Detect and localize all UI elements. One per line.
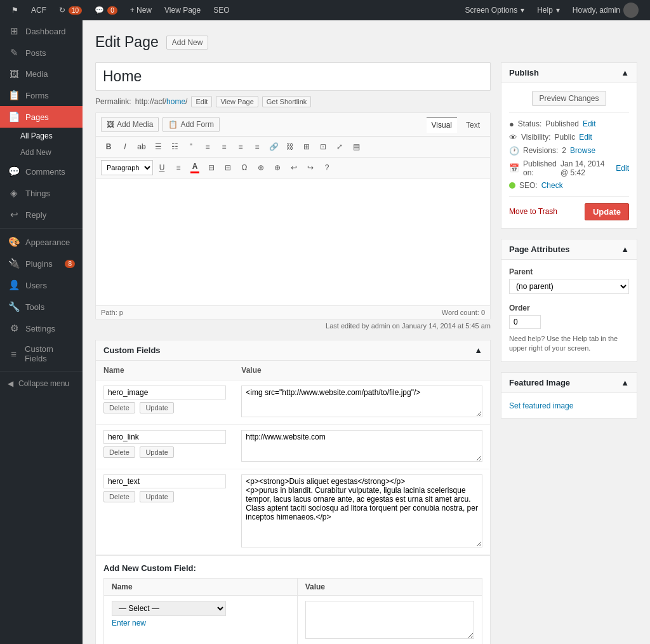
status-edit-link[interactable]: Edit — [583, 119, 596, 128]
order-input[interactable] — [509, 315, 541, 329]
underline-button[interactable]: U — [154, 160, 169, 175]
cf-delete-btn-2[interactable]: Delete — [103, 491, 135, 502]
cf-value-textarea-2[interactable]: <p><strong>Duis aliquet egestas</strong>… — [241, 474, 482, 547]
sidebar-item-users[interactable]: 👤 Users — [0, 274, 83, 296]
featured-image-header[interactable]: Featured Image ▲ — [501, 373, 637, 393]
help-toolbar-button[interactable]: ? — [319, 160, 335, 175]
cf-update-btn-2[interactable]: Update — [140, 491, 173, 502]
cf-value-textarea-1[interactable]: http://www.website.com — [241, 430, 482, 462]
strikethrough-button[interactable]: ab — [134, 139, 149, 154]
visibility-edit-link[interactable]: Edit — [579, 133, 592, 142]
get-shortlink-button[interactable]: Get Shortlink — [262, 96, 312, 107]
revisions-value: 2 — [562, 146, 566, 155]
publish-panel-header[interactable]: Publish ▲ — [501, 63, 637, 83]
align-left-button[interactable]: ≡ — [200, 139, 215, 154]
preview-changes-button[interactable]: Preview Changes — [532, 91, 606, 106]
updates-menu-item[interactable]: ↻ 10 — [53, 0, 88, 20]
indent-button[interactable]: ⊕ — [253, 160, 269, 175]
text-tab[interactable]: Text — [461, 117, 485, 132]
sidebar-item-pages[interactable]: 📄 Pages — [0, 106, 83, 128]
add-form-button[interactable]: 📋 Add Form — [162, 117, 220, 132]
unlink-button[interactable]: ⛓ — [282, 139, 298, 154]
sidebar-item-appearance[interactable]: 🎨 Appearance — [0, 231, 83, 253]
sidebar-item-comments[interactable]: 💬 Comments — [0, 161, 83, 182]
outdent-button[interactable]: ⊕ — [270, 160, 285, 175]
seo-menu-item[interactable]: SEO — [207, 0, 235, 20]
sidebar-item-label: Settings — [25, 324, 55, 333]
sidebar-item-things[interactable]: ◈ Things — [0, 182, 83, 204]
update-button[interactable]: Update — [585, 203, 629, 220]
permalink-edit-button[interactable]: Edit — [191, 96, 212, 107]
view-page-button[interactable]: View Page — [216, 96, 258, 107]
submenu-add-new[interactable]: Add New — [0, 144, 83, 161]
published-edit-link[interactable]: Edit — [616, 164, 629, 173]
sidebar: ⊞ Dashboard ✎ Posts 🖼 Media 📋 Forms 📄 Pa… — [0, 20, 83, 644]
add-media-button[interactable]: 🖼 Add Media — [101, 117, 159, 132]
seo-check-link[interactable]: Check — [541, 181, 563, 190]
cf-name-input-1[interactable] — [103, 430, 226, 444]
collapse-menu-btn[interactable]: ◀ Collapse menu — [0, 374, 83, 393]
sidebar-item-reply[interactable]: ↩ Reply — [0, 204, 83, 225]
bold-button[interactable]: B — [101, 139, 116, 154]
undo-button[interactable]: ↩ — [286, 160, 302, 175]
sidebar-item-settings[interactable]: ⚙ Settings — [0, 318, 83, 339]
sidebar-item-plugins[interactable]: 🔌 Plugins 8 — [0, 253, 83, 274]
ol-button[interactable]: ☷ — [167, 139, 182, 154]
parent-select[interactable]: (no parent) — [509, 279, 629, 294]
cf-name-input-0[interactable] — [103, 386, 226, 399]
move-to-trash-link[interactable]: Move to Trash — [509, 207, 557, 216]
cf-name-select[interactable]: — Select — — [112, 601, 226, 616]
comments-menu-item[interactable]: 💬 0 — [88, 0, 124, 20]
enter-new-link[interactable]: Enter new — [112, 619, 289, 627]
submenu-all-pages[interactable]: All Pages — [0, 128, 83, 144]
insert-more-button[interactable]: ⊞ — [299, 139, 314, 154]
wp-logo-btn[interactable]: ⚑ — [5, 0, 25, 20]
align-justify-button[interactable]: ≡ — [249, 139, 265, 154]
page-attributes-header[interactable]: Page Attributes ▲ — [501, 239, 637, 260]
cf-delete-btn-1[interactable]: Delete — [103, 446, 135, 458]
sidebar-item-forms[interactable]: 📋 Forms — [0, 84, 83, 106]
post-title-input[interactable] — [95, 62, 491, 91]
acf-menu-item[interactable]: ACF — [25, 0, 53, 20]
special-char-button[interactable]: Ω — [237, 160, 252, 175]
cf-update-btn-1[interactable]: Update — [140, 446, 173, 458]
howdy-menu[interactable]: Howdy, admin — [566, 0, 645, 20]
sidebar-item-custom-fields[interactable]: ≡ Custom Fields — [0, 339, 83, 368]
screen-options-btn[interactable]: Screen Options ▾ — [458, 0, 531, 20]
sidebar-item-dashboard[interactable]: ⊞ Dashboard — [0, 20, 83, 42]
cf-delete-btn-0[interactable]: Delete — [103, 402, 135, 413]
cf-value-textarea-0[interactable]: <img src="http://www.website.com/path/to… — [241, 386, 482, 417]
insert-page-break-button[interactable]: ⊡ — [315, 139, 331, 154]
link-button[interactable]: 🔗 — [266, 139, 281, 154]
revisions-browse-link[interactable]: Browse — [570, 146, 595, 155]
new-cf-value-input[interactable] — [305, 601, 474, 639]
cf-name-input-2[interactable] — [103, 474, 226, 488]
show-toolbar-button[interactable]: ▤ — [348, 139, 364, 154]
editor-media-row: 🖼 Add Media 📋 Add Form Visual Text — [96, 113, 490, 137]
blockquote-button[interactable]: " — [183, 139, 199, 154]
editor-body[interactable] — [96, 178, 490, 305]
sidebar-item-posts[interactable]: ✎ Posts — [0, 42, 83, 64]
permalink-slug[interactable]: home — [166, 97, 185, 106]
help-btn[interactable]: Help ▾ — [531, 0, 566, 20]
align-right-button[interactable]: ≡ — [233, 139, 248, 154]
visual-tab[interactable]: Visual — [427, 117, 457, 133]
sidebar-item-tools[interactable]: 🔧 Tools — [0, 296, 83, 318]
redo-button[interactable]: ↪ — [303, 160, 318, 175]
paste-text-button[interactable]: ⊟ — [220, 160, 235, 175]
add-new-header-button[interactable]: Add New — [166, 36, 209, 50]
cf-update-btn-0[interactable]: Update — [140, 402, 173, 413]
custom-fields-header[interactable]: Custom Fields ▲ — [96, 340, 490, 361]
sidebar-item-media[interactable]: 🖼 Media — [0, 64, 83, 84]
set-featured-image-link[interactable]: Set featured image — [509, 401, 573, 410]
justify-button[interactable]: ≡ — [171, 160, 186, 175]
align-center-button[interactable]: ≡ — [216, 139, 232, 154]
format-select[interactable]: Paragraph Heading 1 Heading 2 — [101, 160, 153, 175]
view-page-menu-item[interactable]: View Page — [158, 0, 207, 20]
new-menu-item[interactable]: + New — [124, 0, 158, 20]
italic-button[interactable]: I — [117, 139, 133, 154]
text-color-button[interactable]: A — [187, 160, 202, 175]
paste-button[interactable]: ⊟ — [204, 160, 219, 175]
full-screen-button[interactable]: ⤢ — [332, 139, 347, 154]
ul-button[interactable]: ☰ — [150, 139, 166, 154]
